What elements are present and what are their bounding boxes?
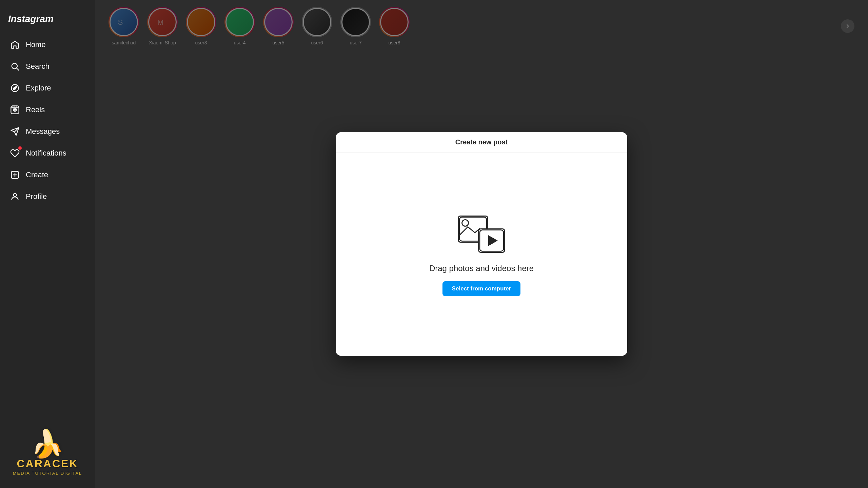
caracek-brand: 🍌 CARACEK MEDIA TUTORIAL DIGITAL bbox=[8, 430, 87, 476]
svg-line-1 bbox=[17, 68, 19, 70]
banana-icon: 🍌 bbox=[31, 430, 64, 458]
svg-point-6 bbox=[14, 109, 16, 110]
instagram-logo[interactable]: Instagram bbox=[0, 7, 95, 35]
sidebar-item-home[interactable]: Home bbox=[4, 35, 91, 55]
sidebar-item-explore[interactable]: Explore bbox=[4, 78, 91, 98]
brand-name: CARACEK bbox=[17, 458, 78, 470]
modal-header: Create new post bbox=[336, 132, 627, 152]
svg-marker-3 bbox=[13, 86, 17, 90]
create-post-modal: Create new post bbox=[336, 132, 627, 356]
upload-icon-area bbox=[458, 212, 505, 253]
search-icon bbox=[9, 61, 20, 72]
modal-body: Drag photos and videos here Select from … bbox=[336, 152, 627, 356]
modal-title: Create new post bbox=[455, 138, 508, 146]
sidebar-item-notifications[interactable]: Notifications bbox=[4, 143, 91, 163]
modal-backdrop[interactable]: Create new post bbox=[95, 0, 868, 488]
main-content: S samitech.id M Xiaomi Shop user3 user4 bbox=[95, 0, 868, 488]
reels-icon bbox=[9, 104, 20, 115]
brand-section: 🍌 CARACEK MEDIA TUTORIAL DIGITAL bbox=[0, 425, 95, 481]
sidebar: Instagram Home Search Explore bbox=[0, 0, 95, 488]
sidebar-item-search[interactable]: Search bbox=[4, 56, 91, 77]
video-icon bbox=[478, 228, 505, 253]
drag-drop-text: Drag photos and videos here bbox=[429, 264, 534, 273]
explore-icon bbox=[9, 83, 20, 94]
sidebar-item-profile[interactable]: Profile bbox=[4, 186, 91, 207]
profile-icon bbox=[9, 191, 20, 202]
notification-badge bbox=[18, 146, 22, 150]
sidebar-item-reels[interactable]: Reels bbox=[4, 100, 91, 120]
sidebar-item-create[interactable]: Create bbox=[4, 165, 91, 185]
svg-point-14 bbox=[13, 194, 16, 197]
messages-icon bbox=[9, 126, 20, 137]
brand-subtitle: MEDIA TUTORIAL DIGITAL bbox=[13, 471, 82, 476]
create-icon bbox=[9, 169, 20, 180]
sidebar-nav: Home Search Explore bbox=[0, 35, 95, 425]
select-from-computer-button[interactable]: Select from computer bbox=[442, 281, 521, 296]
home-icon bbox=[9, 39, 20, 50]
sidebar-item-messages[interactable]: Messages bbox=[4, 121, 91, 142]
notifications-icon bbox=[9, 148, 20, 159]
